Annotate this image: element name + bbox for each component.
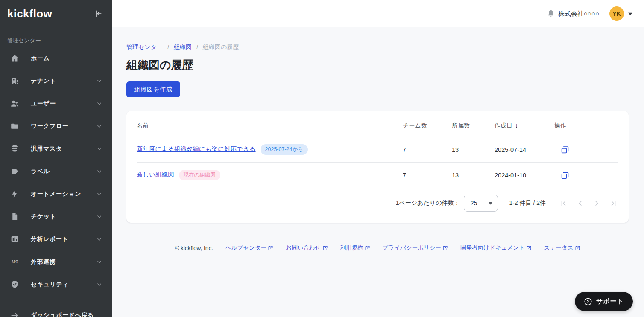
sidebar-item-back-to-dashboard[interactable]: ダッシュボードへ戻る xyxy=(0,303,112,317)
sidebar-item[interactable]: オートメーション xyxy=(0,183,112,205)
external-link-icon xyxy=(526,245,532,251)
app-root: kickflow 管理センター ホーム テナント xyxy=(0,0,644,317)
sidebar-item[interactable]: API 外部連携 xyxy=(0,250,112,273)
footer-link[interactable]: ステータス xyxy=(544,244,580,252)
footer-link[interactable]: お問い合わせ xyxy=(286,244,328,252)
first-page-icon[interactable] xyxy=(559,199,568,207)
per-page-label: 1ページあたりの件数： xyxy=(396,199,460,207)
home-icon xyxy=(10,54,19,63)
org-chart-link[interactable]: 新しい組織図 xyxy=(137,171,174,178)
table-header-row: 名前 チーム数 所属数 作成日↓ 操作 xyxy=(137,113,618,137)
external-link-icon xyxy=(365,245,370,251)
sidebar-collapse-icon[interactable] xyxy=(94,9,102,18)
sidebar-item[interactable]: ホーム xyxy=(0,47,112,70)
site-footer: © kickflow, Inc. ヘルプセンター お問い合わせ 利用規約 プライ… xyxy=(126,244,629,252)
question-circle-icon: ? xyxy=(584,297,592,306)
sidebar-item-label: テナント xyxy=(31,77,96,85)
sidebar-item[interactable]: チケット xyxy=(0,205,112,228)
column-header-members: 所属数 xyxy=(452,113,495,137)
external-link-icon xyxy=(322,245,328,251)
column-header-created[interactable]: 作成日↓ xyxy=(495,113,554,137)
status-badge: 2025-07-24から xyxy=(261,144,308,155)
api-icon: API xyxy=(10,257,19,266)
sidebar-item[interactable]: セキュリティ xyxy=(0,273,112,296)
footer-link[interactable]: プライバシーポリシー xyxy=(383,244,448,252)
user-menu-caret-icon[interactable] xyxy=(628,12,632,15)
external-link-icon xyxy=(268,245,273,251)
cell-team-count: 7 xyxy=(403,137,452,163)
breadcrumb-link-org-chart[interactable]: 組織図 xyxy=(174,44,192,51)
pagination: 1ページあたりの件数： 25 1-2 件目 / 2件 xyxy=(137,188,618,218)
org-chart-link[interactable]: 新年度による組織改編にも楽に対応できる xyxy=(137,145,256,152)
sidebar: kickflow 管理センター ホーム テナント xyxy=(0,0,112,317)
sidebar-item-label: オートメーション xyxy=(31,190,96,198)
bolt-icon xyxy=(10,189,19,198)
notifications-bell-icon[interactable] xyxy=(547,9,555,18)
sidebar-item[interactable]: 汎用マスタ xyxy=(0,137,112,160)
tenant-name: 株式会社○○○○ xyxy=(558,10,599,18)
chevron-down-icon xyxy=(96,100,102,107)
copyright: © kickflow, Inc. xyxy=(175,245,213,251)
org-chart-history-card: 名前 チーム数 所属数 作成日↓ 操作 新年度による組織改編にも楽に対 xyxy=(126,111,629,223)
cell-actions xyxy=(554,137,618,163)
breadcrumb: 管理センター / 組織図 / 組織図の履歴 xyxy=(126,44,629,51)
document-icon xyxy=(10,212,19,221)
footer-link[interactable]: 開発者向けドキュメント xyxy=(460,244,532,252)
sidebar-item-label: チケット xyxy=(31,213,96,221)
cell-member-count: 13 xyxy=(452,137,495,163)
page-content: 管理センター / 組織図 / 組織図の履歴 組織図の履歴 組織図を作成 名前 チ… xyxy=(112,27,644,317)
sidebar-item[interactable]: ラベル xyxy=(0,160,112,183)
svg-text:?: ? xyxy=(587,299,589,304)
next-page-icon[interactable] xyxy=(593,199,601,207)
cell-actions xyxy=(554,163,618,188)
sidebar-item[interactable]: テナント xyxy=(0,70,112,92)
tag-icon xyxy=(10,167,19,176)
create-org-chart-button[interactable]: 組織図を作成 xyxy=(126,81,180,97)
status-badge: 現在の組織図 xyxy=(179,170,220,180)
sidebar-item[interactable]: 分析レポート xyxy=(0,228,112,250)
sidebar-section-label: 管理センター xyxy=(0,27,112,47)
table-row: 新年度による組織改編にも楽に対応できる2025-07-24から 7 13 202… xyxy=(137,137,618,163)
footer-link[interactable]: 利用規約 xyxy=(340,244,370,252)
footer-link[interactable]: ヘルプセンター xyxy=(225,244,273,252)
cell-name: 新しい組織図現在の組織図 xyxy=(137,163,403,188)
select-caret-icon xyxy=(489,202,492,205)
topbar: 株式会社○○○○ YK xyxy=(112,0,644,27)
sidebar-nav: ホーム テナント ユーザー xyxy=(0,47,112,296)
chevron-down-icon xyxy=(96,123,102,129)
sidebar-item[interactable]: ユーザー xyxy=(0,92,112,115)
shield-icon xyxy=(10,280,19,289)
chevron-down-icon xyxy=(96,168,102,174)
sidebar-item[interactable]: ワークフロー xyxy=(0,115,112,137)
external-link-icon xyxy=(442,245,448,251)
sidebar-bottom: ダッシュボードへ戻る xyxy=(0,300,112,317)
pagination-range-label: 1-2 件目 / 2件 xyxy=(509,199,546,207)
user-avatar[interactable]: YK xyxy=(609,6,624,21)
cell-created-date: 2024-01-10 xyxy=(495,163,554,188)
copy-icon[interactable] xyxy=(560,171,570,180)
breadcrumb-link-admin-center[interactable]: 管理センター xyxy=(126,44,163,51)
chevron-down-icon xyxy=(96,236,102,242)
breadcrumb-separator: / xyxy=(167,44,169,51)
copy-icon[interactable] xyxy=(560,145,570,154)
kickflow-logo: kickflow xyxy=(7,7,52,20)
sidebar-item-label: ラベル xyxy=(31,168,96,175)
bar-chart-icon xyxy=(10,235,19,244)
last-page-icon[interactable] xyxy=(609,199,618,207)
footer-links: ヘルプセンター お問い合わせ 利用規約 プライバシーポリシー 開発者向けドキュメ… xyxy=(225,244,580,252)
sidebar-item-label: 分析レポート xyxy=(31,236,96,243)
folder-icon xyxy=(10,122,19,131)
sidebar-header: kickflow xyxy=(0,0,112,27)
external-link-icon xyxy=(575,245,580,251)
org-chart-history-table: 名前 チーム数 所属数 作成日↓ 操作 新年度による組織改編にも楽に対 xyxy=(137,113,618,188)
page-title: 組織図の履歴 xyxy=(126,58,629,73)
sort-desc-icon: ↓ xyxy=(515,122,518,129)
cell-team-count: 7 xyxy=(403,163,452,188)
sidebar-divider xyxy=(3,302,109,302)
svg-text:API: API xyxy=(12,260,18,264)
database-icon xyxy=(10,144,19,153)
chevron-down-icon xyxy=(96,259,102,265)
per-page-select[interactable]: 25 xyxy=(464,195,498,212)
prev-page-icon[interactable] xyxy=(576,199,584,207)
support-button[interactable]: ? サポート xyxy=(575,292,633,311)
